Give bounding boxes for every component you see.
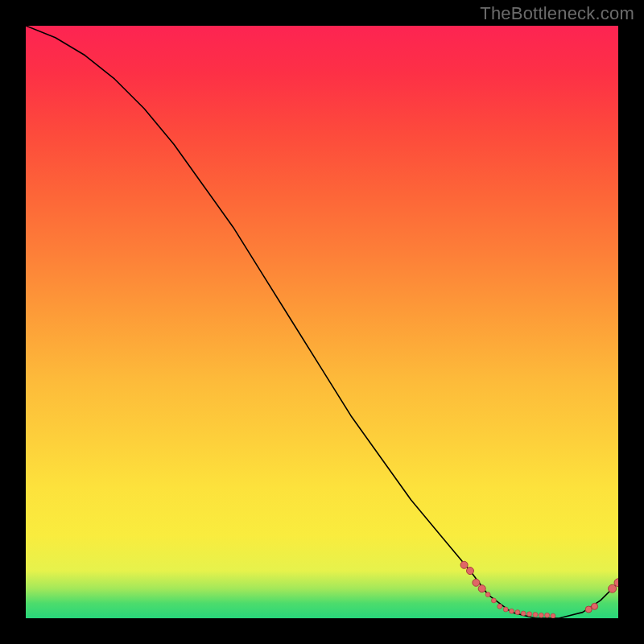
gpu-point xyxy=(515,610,520,615)
bottleneck-curve xyxy=(26,26,618,618)
gpu-point xyxy=(497,604,502,609)
gpu-point xyxy=(510,609,514,613)
gpu-point xyxy=(539,613,543,617)
gpu-point xyxy=(592,603,598,609)
chart-frame: TheBottleneck.com xyxy=(0,0,644,644)
plot-area xyxy=(26,26,618,618)
watermark-text: TheBottleneck.com xyxy=(480,3,634,24)
gpu-point xyxy=(485,592,490,597)
gpu-point xyxy=(478,585,485,592)
gpu-point xyxy=(467,568,474,575)
gpu-point xyxy=(491,598,496,603)
gpu-point xyxy=(545,613,550,617)
gpu-point xyxy=(585,606,592,613)
gpu-points xyxy=(460,561,618,618)
gpu-point xyxy=(527,612,532,617)
gpu-point xyxy=(533,613,538,617)
gpu-point xyxy=(609,584,617,592)
gpu-point xyxy=(473,579,480,586)
gpu-point xyxy=(551,613,555,618)
gpu-point xyxy=(460,561,468,568)
gpu-point xyxy=(521,611,526,616)
gpu-point xyxy=(503,607,508,612)
curve-path xyxy=(26,26,618,618)
